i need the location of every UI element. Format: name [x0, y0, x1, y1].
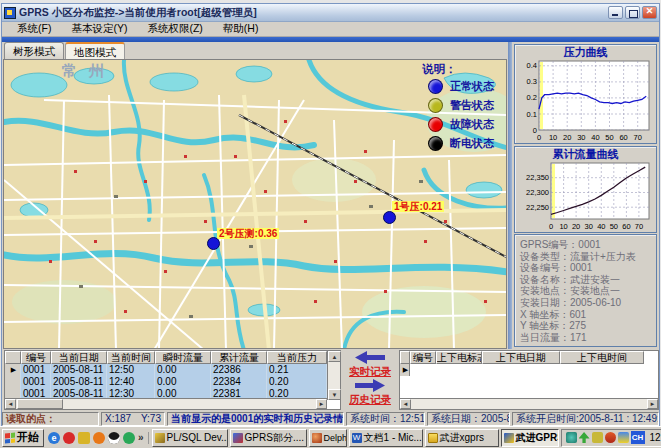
delphi-icon: [312, 433, 322, 443]
svg-text:22,300: 22,300: [526, 188, 549, 197]
device-info-line: 当日流量：171: [520, 332, 651, 344]
right-arrow-icon[interactable]: [355, 379, 385, 392]
realtime-hscrollbar[interactable]: ◄ ►: [5, 398, 327, 409]
tray-alert-icon[interactable]: [592, 432, 603, 443]
column-header[interactable]: 当前日期: [51, 351, 107, 364]
column-header[interactable]: 上下电标志: [436, 351, 482, 364]
table-cell: [410, 364, 436, 376]
tray-swirl-icon[interactable]: [566, 432, 577, 443]
scroll-left-icon[interactable]: ◄: [400, 399, 411, 409]
svg-text:20: 20: [572, 222, 580, 231]
row-marker: ▶: [5, 364, 21, 376]
realtime-records-link[interactable]: 实时记录: [349, 365, 391, 378]
poweroff-status-icon: [428, 136, 443, 151]
device-info-line: 设备类型：流量计+压力表: [520, 251, 651, 263]
menubar: 系统(F) 基本设定(Y) 系统权限(Z) 帮助(H): [2, 22, 659, 37]
statusbar: 读取的点： X:187 Y:73 当前显示的是0001的实时和历史记录情况! 系…: [2, 411, 659, 426]
svg-text:0.4: 0.4: [527, 61, 537, 70]
menu-permissions[interactable]: 系统权限(Z): [138, 21, 211, 37]
task-plsql[interactable]: PL/SQL Dev...: [152, 429, 228, 447]
ie-icon[interactable]: e: [48, 432, 60, 444]
restore-button[interactable]: [625, 6, 640, 19]
start-button[interactable]: 开始: [2, 429, 44, 447]
scroll-right-icon[interactable]: ►: [647, 399, 658, 409]
task-gprs-doc[interactable]: GPRS部分....: [230, 429, 307, 447]
legend-item-warning: 警告状态: [414, 96, 507, 115]
scroll-thumb[interactable]: [17, 399, 63, 409]
quick-launch-chevron-icon[interactable]: »: [138, 432, 144, 443]
bottom-section: 编号当前日期当前时间瞬时流量累计流量当前压力▶00012005-08-1112:…: [2, 349, 659, 411]
tray-antivirus-icon[interactable]: [605, 432, 616, 443]
scroll-right-icon[interactable]: ►: [316, 399, 327, 409]
column-header[interactable]: 编号: [21, 351, 51, 364]
close-button[interactable]: [642, 6, 657, 19]
menu-help[interactable]: 帮助(H): [214, 21, 268, 37]
scroll-down-icon[interactable]: ▼: [328, 389, 341, 400]
table-row[interactable]: ▶00012005-08-1112:500.00223860.21: [5, 364, 327, 376]
table-cell: 2005-08-11: [51, 364, 107, 376]
map-area[interactable]: 常州 说明： 正常状态 警告状态 故障状态: [3, 59, 507, 349]
media-player-icon[interactable]: [63, 432, 75, 444]
app-icon: [4, 7, 16, 19]
minimize-button[interactable]: [608, 6, 623, 19]
column-header[interactable]: 当前时间: [107, 351, 155, 364]
menu-settings[interactable]: 基本设定(Y): [62, 21, 136, 37]
scroll-up-icon[interactable]: ▲: [328, 351, 341, 362]
messenger-icon[interactable]: [123, 432, 135, 444]
realtime-table: 编号当前日期当前时间瞬时流量累计流量当前压力▶00012005-08-1112:…: [4, 350, 341, 410]
column-header[interactable]: 当前压力: [267, 351, 327, 364]
scroll-left-icon[interactable]: ◄: [5, 399, 16, 409]
flow-chart-panel: 累计流量曲线 01020304050607022,25022,30022,350: [514, 146, 657, 233]
marker-2-dot[interactable]: [207, 237, 220, 250]
device-info-line: 设备编号：0001: [520, 262, 651, 274]
marker-1-dot[interactable]: [383, 211, 396, 224]
window-title: GPRS 小区分布监控->当前使用者root[超级管理员]: [19, 6, 608, 20]
svg-text:40: 40: [591, 133, 599, 142]
marker-2-label[interactable]: 2号压测:0.36: [217, 228, 279, 239]
task-delphi[interactable]: Delphi 6: [309, 429, 347, 447]
warning-status-icon: [428, 98, 443, 113]
task-folder[interactable]: 武进xgprs: [425, 429, 499, 447]
column-header[interactable]: 编号: [410, 351, 436, 364]
svg-text:30: 30: [585, 222, 593, 231]
history-records-link[interactable]: 历史记录: [349, 393, 391, 406]
record-switch-panel: 实时记录 历史记录: [341, 350, 399, 410]
qq-penguin-icon[interactable]: [108, 432, 120, 444]
tab-map-mode[interactable]: 地图模式: [65, 42, 125, 59]
task-gprs-app[interactable]: 武进GPRS...: [501, 429, 559, 447]
column-header[interactable]: 瞬时流量: [155, 351, 211, 364]
device-info-panel: GPRS编号：0001设备类型：流量计+压力表设备编号：0001设备名称：武进安…: [514, 234, 657, 347]
svg-text:0.2: 0.2: [527, 93, 537, 102]
mode-tabbar: 树形模式 地图模式: [2, 42, 508, 59]
left-arrow-icon[interactable]: [355, 351, 385, 364]
svg-text:20: 20: [563, 133, 571, 142]
tray-app-icon[interactable]: [618, 432, 629, 443]
column-header[interactable]: 上下电时间: [560, 351, 644, 364]
device-info-line: 安装日期：2005-06-10: [520, 297, 651, 309]
device-info-line: X 轴坐标：601: [520, 309, 651, 321]
windows-logo-icon: [5, 432, 15, 443]
status-x: X:187: [105, 413, 131, 425]
svg-text:0: 0: [537, 133, 541, 142]
svg-text:70: 70: [635, 222, 643, 231]
desktop: GPRS 小区分布监控->当前使用者root[超级管理员] 系统(F) 基本设定…: [0, 0, 661, 448]
marker-1-label[interactable]: 1号压:0.21: [392, 201, 444, 212]
map-city-label: 常州: [62, 62, 116, 81]
power-hscrollbar[interactable]: ◄ ►: [400, 398, 658, 409]
table-row[interactable]: ▶: [400, 364, 658, 376]
table-cell: 0.00: [155, 376, 211, 388]
language-indicator[interactable]: CH: [631, 431, 645, 444]
taskbar-clock[interactable]: 12:51: [647, 432, 661, 443]
task-word[interactable]: W 文档1 - Mic...: [349, 429, 423, 447]
realtime-vscrollbar[interactable]: ▲ ▼: [327, 351, 340, 400]
column-header[interactable]: 累计流量: [211, 351, 267, 364]
device-info-line: GPRS编号：0001: [520, 239, 651, 251]
column-header[interactable]: 上下电日期: [482, 351, 560, 364]
menu-system[interactable]: 系统(F): [8, 21, 60, 37]
notes-icon[interactable]: [78, 432, 90, 444]
tab-tree-mode[interactable]: 树形模式: [4, 42, 64, 59]
browser-ball-icon[interactable]: [93, 432, 105, 444]
tray-upload-icon[interactable]: [579, 432, 590, 443]
table-row[interactable]: 00012005-08-1112:400.00223840.20: [5, 376, 327, 388]
table-cell: 12:50: [107, 364, 155, 376]
